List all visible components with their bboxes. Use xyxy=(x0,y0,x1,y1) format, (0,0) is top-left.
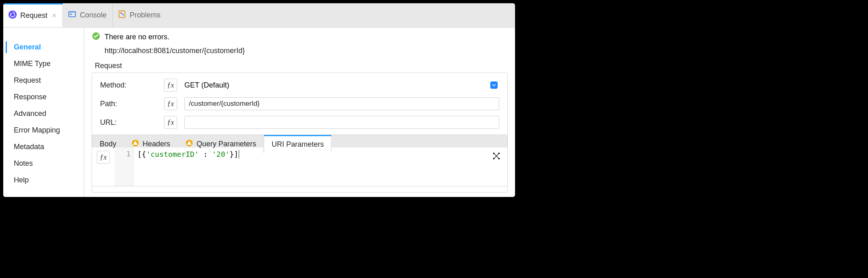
path-input[interactable] xyxy=(184,97,499,110)
sidebar-item-error-mapping[interactable]: Error Mapping xyxy=(3,122,84,139)
method-label: Method: xyxy=(100,81,157,90)
url-label: URL: xyxy=(100,118,157,127)
tab-console-label: Console xyxy=(80,11,107,19)
sidebar-item-metadata[interactable]: Metadata xyxy=(3,139,84,155)
fx-button-expression[interactable]: ƒx xyxy=(97,151,110,164)
subtab-body-label: Body xyxy=(100,140,116,148)
code-body[interactable]: [{'customerID' : '20'}] xyxy=(134,148,507,186)
console-tab-icon xyxy=(68,10,77,21)
tab-request-label: Request xyxy=(20,11,47,20)
tab-request[interactable]: Request ✕ xyxy=(3,3,63,27)
url-input[interactable] xyxy=(184,116,499,129)
row-url: URL: ƒx xyxy=(100,116,499,129)
mapping-icon[interactable] xyxy=(492,152,501,160)
config-sidebar: General MIME Type Request Response Advan… xyxy=(3,28,84,197)
tab-console[interactable]: Console xyxy=(63,3,113,27)
row-method: Method: ƒx GET (Default) xyxy=(100,79,499,92)
line-gutter: 1 xyxy=(115,148,134,186)
svg-point-5 xyxy=(120,12,122,14)
subtab-headers-label: Headers xyxy=(143,140,170,148)
sidebar-item-mime-type[interactable]: MIME Type xyxy=(3,56,84,72)
sidebar-item-request[interactable]: Request xyxy=(3,72,84,89)
fx-button-url[interactable]: ƒx xyxy=(164,116,177,129)
method-select[interactable]: GET (Default) xyxy=(184,81,499,90)
close-icon[interactable]: ✕ xyxy=(51,12,57,19)
main-panel: There are no errors. http://localhost:80… xyxy=(84,28,515,197)
chevron-down-icon xyxy=(490,81,498,89)
success-icon xyxy=(92,32,100,43)
request-tab-icon xyxy=(8,10,17,21)
subtab-query-label: Query Parameters xyxy=(197,140,256,148)
app-frame: Request ✕ Console Problems General MIME … xyxy=(3,3,515,197)
svg-rect-3 xyxy=(69,12,76,13)
status-row: There are no errors. xyxy=(92,32,508,43)
svg-rect-4 xyxy=(119,11,125,18)
sidebar-item-help[interactable]: Help xyxy=(3,172,84,188)
url-display: http://localhost:8081/customer/{customer… xyxy=(92,45,508,62)
group-title: Request xyxy=(92,62,508,73)
svg-point-0 xyxy=(9,11,17,19)
svg-point-6 xyxy=(122,14,124,15)
sidebar-item-notes[interactable]: Notes xyxy=(3,155,84,172)
sidebar-item-response[interactable]: Response xyxy=(3,89,84,105)
expression-editor: ƒx 1 [{'customerID' : '20'}] xyxy=(92,148,508,186)
tab-problems-label: Problems xyxy=(130,11,160,19)
request-group: Method: ƒx GET (Default) Path: ƒx xyxy=(92,73,508,192)
method-value: GET (Default) xyxy=(184,81,229,90)
sidebar-item-general[interactable]: General xyxy=(3,39,84,56)
path-label: Path: xyxy=(100,100,157,108)
tab-problems[interactable]: Problems xyxy=(113,3,166,27)
status-text: There are no errors. xyxy=(105,33,169,41)
fx-button-method[interactable]: ƒx xyxy=(164,79,177,92)
row-path: Path: ƒx xyxy=(100,97,499,110)
sidebar-item-advanced[interactable]: Advanced xyxy=(3,105,84,122)
fx-button-path[interactable]: ƒx xyxy=(164,97,177,110)
problems-tab-icon xyxy=(118,10,126,21)
editor-tabstrip: Request ✕ Console Problems xyxy=(3,3,515,28)
